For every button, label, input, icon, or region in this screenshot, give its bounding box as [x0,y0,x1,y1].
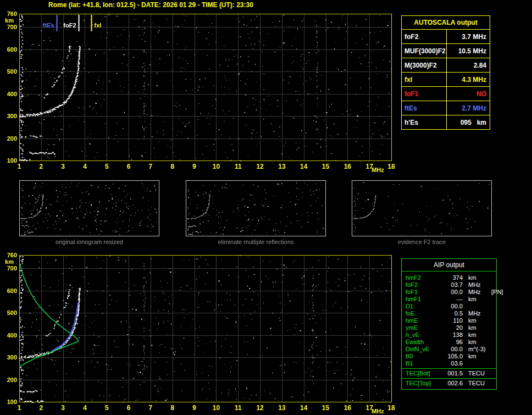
aip-row-unit: TECU [463,380,488,387]
page-title: Rome (lat: +41.8, lon: 012.5) - DATE: 20… [48,1,253,9]
aip-row: hmE110km [402,317,496,324]
aip-row-unit: km [463,353,488,360]
autoscala-table-header: AUTOSCALA output [402,16,490,30]
aip-row-unit: km [463,331,488,339]
aip-row: Ewidth96km [402,339,496,346]
aip-row: foF203.7MHz [402,281,496,289]
aip-row-note [488,317,496,324]
aip-row-unit: km [463,274,488,281]
aip-ionogram-canvas [0,252,396,415]
autoscala-row-value: 3.7 MHz [447,30,490,43]
aip-table-rows: hmF2374kmfoF203.7MHzfoF100.0MHz[PN]hmF1-… [402,272,496,389]
aip-row-label: D1 [406,303,440,310]
aip-row-note [488,346,496,353]
aip-row-label: foF1 [406,289,440,296]
autoscala-row: foF23.7 MHz [402,30,490,44]
autoscala-table: AUTOSCALA output foF23.7 MHzMUF(3000)F21… [401,15,490,130]
aip-row-value: 105.0 [440,353,463,360]
thumbnail-original-ionogram [19,180,159,236]
aip-row-note [488,296,496,303]
aip-row-unit [463,303,488,310]
aip-row-unit: MHz [463,310,488,317]
autoscala-row: fxI4.3 MHz [402,73,490,87]
autoscala-row: M(3000)F22.84 [402,58,490,73]
autoscala-row: ftEs2.7 MHz [402,101,490,115]
aip-row: B103.6 [402,360,496,367]
aip-row-unit: TECU [463,370,488,377]
aip-row-value: 110 [440,317,463,324]
aip-row-unit: km [463,324,488,331]
aip-row-label: Ewidth [406,339,440,346]
aip-row-note [488,339,496,346]
main-ionogram-canvas [0,11,396,184]
thumbnail-caption-evidence: evidence F2 trace [352,239,492,245]
aip-row-unit: MHz [463,289,488,296]
autoscala-row-value: 2.7 MHz [447,101,490,115]
aip-row: foE0.5MHz [402,310,496,317]
aip-row-value: 001.5 [440,370,463,377]
aip-row: TEC[Top]002.6TECU [402,380,496,387]
aip-row-label: hmF2 [406,274,440,281]
aip-row-label: TEC[Bot] [406,370,440,377]
aip-table: AIP output hmF2374kmfoF203.7MHzfoF100.0M… [401,258,497,390]
aip-row: B0105.0km [402,353,496,360]
autoscala-row: h'Es095 km [402,115,490,129]
aip-row-value: 374 [440,274,463,281]
autoscala-row-value: 095 km [447,115,490,129]
aip-row-note [488,360,496,367]
aip-row-unit: km [463,317,488,324]
aip-row-unit [463,360,488,367]
aip-row-value: 03.7 [440,281,463,289]
thumbnail-caption-original: original ionogram resized [19,239,159,245]
aip-row-note [488,310,496,317]
aip-row-value: 00.0 [440,303,463,310]
thumbnail-evidence-f2-trace [352,180,492,236]
autoscala-row-label: ftEs [402,101,447,115]
aip-row-value: 20 [440,324,463,331]
autoscala-row-label: foF2 [402,30,447,43]
autoscala-row: MUF(3000)F210.5 MHz [402,44,490,58]
aip-row-value: 03.6 [440,360,463,367]
aip-row-label: hmF1 [406,296,440,303]
aip-row-note [488,303,496,310]
aip-row: hmF2374km [402,274,496,281]
aip-row-label: TEC[Top] [406,380,440,387]
aip-row-note: [PN] [488,289,503,296]
aip-row-note [488,331,496,339]
aip-row-note [488,324,496,331]
aip-separator [402,378,496,379]
aip-row-value: 00.0 [440,346,463,353]
aip-row-value: --- [440,296,463,303]
autoscala-row-label: foF1 [402,87,447,101]
aip-row-label: B0 [406,353,440,360]
aip-row-label: foE [406,310,440,317]
aip-row-note [488,281,496,289]
aip-row: hmF1---km [402,296,496,303]
thumbnail-caption-eliminate: eliminate multiple reflections [186,239,326,245]
aip-row-note [488,353,496,360]
autoscala-row-label: MUF(3000)F2 [402,44,447,58]
aip-row-label: hmE [406,317,440,324]
autoscala-row: foF1NO [402,87,490,101]
aip-row-note [488,370,496,377]
aip-row-value: 002.6 [440,380,463,387]
aip-row-label: h_vE [406,331,440,339]
autoscala-row-label: h'Es [402,115,447,129]
aip-table-header: AIP output [402,259,496,272]
thumbnail-eliminate-reflections [186,180,326,236]
aip-row-value: 138 [440,331,463,339]
autoscala-row-label: M(3000)F2 [402,58,447,72]
aip-row-unit: km [463,339,488,346]
aip-row-value: 0.5 [440,310,463,317]
autoscala-row-value: NO [447,87,490,101]
autoscala-row-value: 2.84 [447,58,490,72]
aip-row-value: 96 [440,339,463,346]
autoscala-row-label: fxI [402,73,447,86]
aip-row-note [488,274,496,281]
aip-row-unit: m^(-3) [463,346,488,353]
aip-row-unit: km [463,296,488,303]
autoscala-row-value: 4.3 MHz [447,73,490,86]
aip-row: D100.0 [402,303,496,310]
autoscala-row-value: 10.5 MHz [447,44,490,58]
aip-row-label: DelN_vE [406,346,440,353]
